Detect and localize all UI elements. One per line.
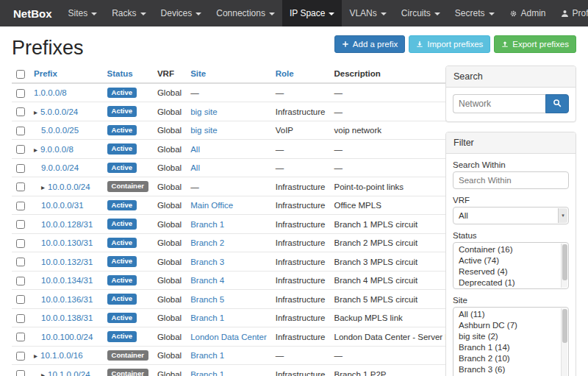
site-link[interactable]: All (190, 163, 200, 172)
select-option[interactable]: Ashburn DC (7) (453, 320, 559, 331)
prefix-link[interactable]: 1.0.0.0/8 (34, 88, 67, 97)
nav-item-secrets[interactable]: Secrets (448, 0, 502, 26)
row-checkbox[interactable] (16, 164, 25, 173)
filter-panel: Filter Search Within VRF All ▾ Status Co… (445, 132, 576, 376)
nav-item-devices[interactable]: Devices (154, 0, 209, 26)
column-header-role[interactable]: Role (271, 65, 330, 83)
select-option[interactable]: Container (16) (453, 244, 559, 255)
status-filter-select[interactable]: Container (16)Active (74)Reserved (4)Dep… (453, 242, 569, 289)
select-option[interactable]: All (11) (453, 309, 559, 320)
column-header-status[interactable]: Status (103, 65, 153, 83)
prefix-link[interactable]: 10.0.0.136/31 (41, 295, 93, 304)
nav-item-admin[interactable]: Admin (502, 0, 553, 26)
prefix-link[interactable]: 5.0.0.0/24 (40, 107, 78, 116)
prefix-link[interactable]: 10.0.0.138/31 (41, 313, 93, 322)
filter-label-site: Site (453, 296, 569, 305)
site-link[interactable]: Branch 2 (190, 238, 224, 247)
row-checkbox[interactable] (16, 107, 25, 116)
prefix-link[interactable]: 10.0.0.134/31 (41, 276, 93, 285)
site-link[interactable]: Branch 1 (190, 370, 224, 376)
nav-item-racks[interactable]: Racks (104, 0, 153, 26)
row-checkbox[interactable] (16, 352, 25, 361)
prefix-link[interactable]: 10.1.0.0/24 (48, 370, 90, 376)
site-link[interactable]: All (190, 145, 200, 154)
row-checkbox[interactable] (16, 182, 25, 191)
row-checkbox[interactable] (16, 202, 25, 210)
status-cell: Active (103, 102, 153, 121)
vrf-select[interactable]: All ▾ (453, 207, 569, 224)
prefix-link[interactable]: 10.0.0.130/31 (41, 238, 93, 247)
add-prefix-label: Add a prefix (353, 40, 398, 49)
row-checkbox[interactable] (16, 295, 25, 304)
table-row: 10.0.0.130/31ActiveGlobalBranch 2Infrast… (12, 233, 481, 252)
row-checkbox[interactable] (16, 239, 25, 248)
status-cell: Active (103, 83, 153, 102)
site-link[interactable]: big site (190, 107, 217, 116)
expand-caret-icon[interactable]: ▸ (41, 183, 45, 191)
expand-caret-icon[interactable]: ▸ (34, 146, 37, 154)
site-link[interactable]: Main Office (190, 201, 233, 210)
row-checkbox[interactable] (16, 277, 25, 285)
prefix-link[interactable]: 10.1.0.0/16 (40, 351, 83, 360)
select-option[interactable]: big site (2) (453, 331, 559, 342)
site-link[interactable]: Branch 1 (190, 351, 224, 360)
action-buttons: Add a prefix Import prefixes Export pref… (334, 35, 576, 53)
import-prefixes-button[interactable]: Import prefixes (409, 35, 490, 53)
row-checkbox[interactable] (16, 220, 25, 229)
site-link[interactable]: big site (190, 126, 217, 135)
nav-item-connections[interactable]: Connections (209, 0, 282, 26)
column-header-site[interactable]: Site (186, 65, 271, 83)
search-button[interactable] (545, 94, 569, 113)
prefix-link[interactable]: 10.0.0.0/31 (41, 201, 84, 210)
select-option[interactable]: Deprecated (1) (453, 277, 559, 288)
site-select-scrollbar[interactable] (561, 308, 567, 376)
prefix-link[interactable]: 5.0.0.0/25 (41, 126, 79, 135)
export-prefixes-button[interactable]: Export prefixes (494, 35, 576, 53)
site-link[interactable]: Branch 1 (190, 313, 224, 322)
nav-item-sites[interactable]: Sites (61, 0, 105, 26)
expand-caret-icon[interactable]: ▸ (34, 352, 37, 360)
site-link[interactable]: Branch 5 (190, 295, 224, 304)
select-all-checkbox[interactable] (16, 70, 25, 79)
status-badge: Active (107, 275, 137, 286)
expand-caret-icon[interactable]: ▸ (41, 371, 45, 376)
column-header-prefix[interactable]: Prefix (29, 65, 103, 83)
row-checkbox[interactable] (16, 314, 25, 323)
prefix-link[interactable]: 10.0.0.132/31 (41, 258, 93, 266)
add-prefix-button[interactable]: Add a prefix (334, 35, 405, 53)
prefix-link[interactable]: 10.0.0.0/24 (48, 182, 90, 191)
prefix-link[interactable]: 10.0.100.0/24 (41, 333, 93, 341)
row-checkbox[interactable] (16, 258, 25, 266)
nav-item-ip-space[interactable]: IP Space (282, 0, 342, 26)
select-option[interactable]: Branch 2 (10) (453, 353, 559, 364)
select-option[interactable]: Branch 1 (14) (453, 342, 559, 353)
prefix-link[interactable]: 10.0.0.128/31 (41, 220, 93, 229)
nav-item-profile[interactable]: Profile (553, 0, 588, 26)
search-input[interactable] (453, 94, 545, 113)
status-select-scrollbar[interactable] (561, 244, 567, 288)
table-row: ▸9.0.0.0/8ActiveGlobalAll—— (12, 140, 481, 159)
select-option[interactable]: Branch 3 (6) (453, 364, 559, 375)
brand-logo[interactable]: NetBox (4, 0, 61, 26)
search-within-input[interactable] (453, 171, 569, 189)
row-select-cell (12, 215, 29, 234)
site-filter-select[interactable]: All (11)Ashburn DC (7)big site (2)Branch… (453, 307, 569, 376)
row-checkbox[interactable] (16, 333, 25, 341)
prefix-link[interactable]: 9.0.0.0/8 (40, 145, 74, 154)
prefix-link[interactable]: 9.0.0.0/24 (41, 163, 79, 172)
table-row: 9.0.0.0/24ActiveGlobalAll—— (12, 158, 481, 177)
select-option[interactable]: Reserved (4) (453, 266, 559, 277)
nav-item-vlans[interactable]: VLANs (342, 0, 393, 26)
row-checkbox[interactable] (16, 145, 25, 154)
site-link[interactable]: Branch 4 (190, 276, 224, 285)
row-checkbox[interactable] (16, 370, 25, 376)
expand-caret-icon[interactable]: ▸ (34, 108, 37, 116)
site-link[interactable]: London Data Center (190, 333, 267, 341)
site-link[interactable]: Branch 1 (190, 220, 224, 229)
nav-item-circuits[interactable]: Circuits (394, 0, 448, 26)
table-row: 5.0.0.0/25ActiveGlobalbig siteVoIPvoip n… (12, 121, 481, 140)
row-checkbox[interactable] (16, 127, 25, 135)
site-link[interactable]: Branch 3 (190, 258, 224, 266)
select-option[interactable]: Active (74) (453, 255, 559, 266)
row-checkbox[interactable] (16, 89, 25, 98)
